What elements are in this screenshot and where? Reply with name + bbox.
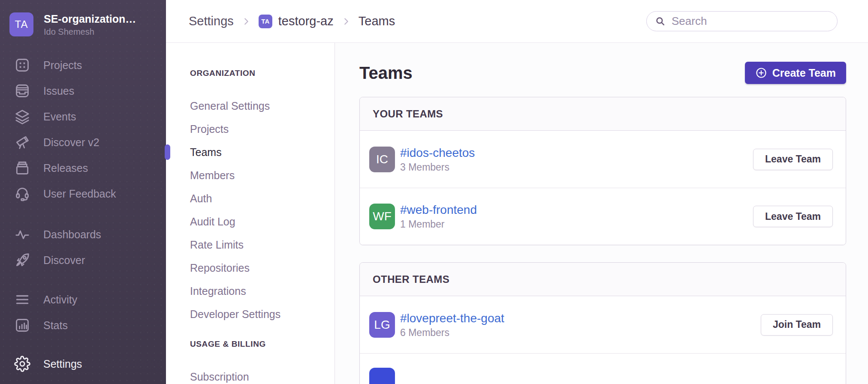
settings-nav-item-teams[interactable]: Teams	[190, 141, 335, 164]
team-member-count: 3 Members	[400, 161, 475, 174]
settings-nav-item-members[interactable]: Members	[190, 164, 335, 187]
team-link[interactable]: #idos-cheetos	[400, 145, 475, 160]
org-badge: TA	[259, 15, 272, 28]
team-avatar	[369, 368, 395, 384]
join-team-button[interactable]: Join Team	[761, 314, 833, 336]
main-content: Teams Create Team YOUR TEAMS IC #idos-ch…	[335, 43, 868, 384]
app-window: TA SE-organization… Ido Shemesh Projects…	[0, 0, 868, 384]
sidebar-item-label: Events	[43, 111, 76, 123]
search-input[interactable]	[646, 11, 838, 31]
team-member-count: 6 Members	[400, 327, 504, 339]
other-teams-panel: OTHER TEAMS LG #lovepreet-the-goat 6 Mem…	[359, 262, 846, 384]
org-name: SE-organization…	[44, 12, 136, 25]
your-teams-panel: YOUR TEAMS IC #idos-cheetos 3 Members Le…	[359, 97, 846, 245]
settings-nav-item-repositories[interactable]: Repositories	[190, 256, 335, 279]
sidebar-item-releases[interactable]: Releases	[9, 155, 166, 181]
sidebar-item-activity[interactable]: Activity	[9, 287, 166, 312]
settings-nav-section-header: USAGE & BILLING	[190, 339, 335, 349]
pulse-icon	[14, 226, 30, 243]
settings-nav-item-audit-log[interactable]: Audit Log	[190, 210, 335, 233]
sidebar-item-label: Activity	[43, 294, 77, 306]
plus-circle-icon	[755, 67, 767, 79]
sidebar-item-dashboards[interactable]: Dashboards	[9, 222, 166, 247]
list-icon	[14, 291, 30, 308]
primary-sidebar: TA SE-organization… Ido Shemesh Projects…	[0, 0, 166, 384]
panel-header: YOUR TEAMS	[360, 97, 846, 131]
sidebar-item-discover[interactable]: Discover	[9, 247, 166, 273]
sidebar-item-issues[interactable]: Issues	[9, 78, 166, 104]
leave-team-button[interactable]: Leave Team	[753, 149, 833, 170]
team-member-count: 1 Member	[400, 218, 477, 231]
settings-nav-item-subscription[interactable]: Subscription	[190, 365, 335, 384]
settings-nav-item-developer-settings[interactable]: Developer Settings	[190, 303, 335, 326]
team-avatar: IC	[369, 147, 395, 172]
settings-nav: ORGANIZATION General Settings Projects T…	[166, 43, 335, 384]
team-row	[360, 353, 846, 384]
team-avatar: WF	[369, 204, 395, 229]
team-row: IC #idos-cheetos 3 Members Leave Team	[360, 131, 846, 188]
chevron-right-icon	[241, 17, 251, 26]
create-team-button[interactable]: Create Team	[745, 62, 846, 84]
breadcrumb-org-label: testorg-az	[278, 14, 334, 28]
sidebar-item-stats[interactable]: Stats	[9, 312, 166, 338]
sidebar-item-label: Releases	[43, 162, 88, 174]
breadcrumb-page: Teams	[359, 14, 395, 28]
breadcrumb-settings[interactable]: Settings	[189, 14, 234, 28]
sidebar-item-label: Settings	[43, 358, 82, 370]
settings-nav-item-rate-limits[interactable]: Rate Limits	[190, 233, 335, 256]
sidebar-item-label: Dashboards	[43, 228, 101, 241]
chevron-right-icon	[341, 17, 351, 26]
archive-icon	[14, 160, 30, 176]
org-switcher[interactable]: TA SE-organization… Ido Shemesh	[9, 12, 166, 37]
gear-icon	[14, 356, 30, 372]
layers-icon	[14, 108, 30, 125]
issues-icon	[14, 83, 30, 99]
sidebar-item-label: Projects	[43, 59, 82, 72]
sidebar-item-discover-v2[interactable]: Discover v2	[9, 129, 166, 155]
settings-nav-item-auth[interactable]: Auth	[190, 187, 335, 210]
org-avatar: TA	[9, 12, 33, 36]
team-row: LG #lovepreet-the-goat 6 Members Join Te…	[360, 296, 846, 353]
breadcrumb-org[interactable]: TA testorg-az	[259, 14, 334, 28]
rocket-icon	[14, 252, 30, 268]
team-avatar: LG	[369, 312, 395, 338]
settings-nav-item-projects[interactable]: Projects	[190, 117, 335, 141]
telescope-icon	[14, 134, 30, 150]
bar-chart-icon	[14, 317, 30, 333]
sidebar-item-label: Discover v2	[43, 136, 99, 149]
leave-team-button[interactable]: Leave Team	[753, 206, 833, 227]
sidebar-item-user-feedback[interactable]: User Feedback	[9, 181, 166, 207]
breadcrumb: Settings TA testorg-az Teams	[189, 14, 395, 28]
projects-icon	[14, 57, 30, 73]
panel-header: OTHER TEAMS	[360, 263, 846, 296]
search-icon	[655, 16, 666, 27]
org-user-name: Ido Shemesh	[44, 27, 136, 37]
sidebar-item-events[interactable]: Events	[9, 104, 166, 129]
sidebar-item-label: User Feedback	[43, 188, 116, 200]
headset-icon	[14, 186, 30, 202]
top-bar: Settings TA testorg-az Teams	[166, 0, 868, 43]
sidebar-item-label: Stats	[43, 319, 68, 332]
team-link[interactable]: #web-frontend	[400, 202, 477, 217]
team-row: WF #web-frontend 1 Member Leave Team	[360, 188, 846, 245]
sidebar-item-projects[interactable]: Projects	[9, 52, 166, 78]
settings-nav-item-integrations[interactable]: Integrations	[190, 279, 335, 303]
settings-nav-section-header: ORGANIZATION	[190, 69, 335, 78]
page-title: Teams	[359, 63, 413, 83]
sidebar-item-label: Issues	[43, 85, 74, 97]
sidebar-item-label: Discover	[43, 254, 85, 267]
settings-nav-item-general-settings[interactable]: General Settings	[190, 94, 335, 117]
sidebar-item-settings[interactable]: Settings	[9, 351, 166, 377]
create-team-label: Create Team	[772, 67, 836, 79]
team-link[interactable]: #lovepreet-the-goat	[400, 311, 504, 326]
